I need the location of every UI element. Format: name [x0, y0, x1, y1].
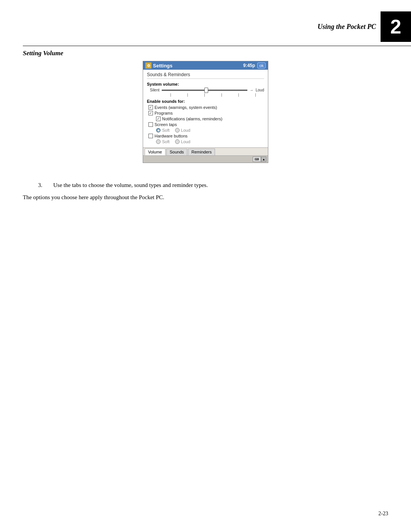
checkbox-hardware-buttons[interactable]: Hardware buttons [147, 134, 264, 138]
device-screenshot: ⚙ Settings 9:45p ok Sounds & Reminders S… [143, 61, 268, 163]
tick4: | [221, 93, 222, 97]
step-3-text: Use the tabs to choose the volume, sound… [53, 182, 208, 189]
titlebar-right: 9:45p ok [243, 62, 266, 69]
checkbox-programs[interactable]: Programs [147, 111, 264, 115]
tick2: | [187, 93, 188, 97]
tab-bar: Volume Sounds Reminders [143, 147, 268, 155]
loud-label: Loud [256, 88, 264, 92]
enable-sounds-label: Enable sounds for: [147, 99, 264, 104]
checkbox-events-label: Events (warnings, system events) [155, 105, 217, 110]
hardware-soft-radio[interactable] [156, 139, 161, 144]
checkbox-events-box[interactable] [148, 105, 153, 110]
hardware-buttons-radio-row: Soft Loud [147, 139, 264, 144]
checkbox-hardware-buttons-box[interactable] [148, 134, 153, 138]
bottom-toolbar: ⌨ ▲ [143, 155, 268, 163]
chapter-title: Using the Pocket PC [318, 23, 376, 31]
volume-slider[interactable] [162, 89, 247, 91]
tick1: | [170, 93, 171, 97]
checkbox-notifications-label: Notifications (alarms, reminders) [162, 117, 222, 121]
checkbox-notifications[interactable]: Notifications (alarms, reminders) [147, 117, 264, 121]
hardware-loud-option[interactable]: Loud [175, 139, 190, 144]
ok-button[interactable]: ok [257, 62, 266, 69]
tick3: | [204, 93, 205, 97]
body-text: The options you choose here apply throug… [23, 194, 388, 201]
hardware-soft-option[interactable]: Soft [156, 139, 170, 144]
hardware-loud-label: Loud [181, 139, 190, 144]
screen-taps-soft-label: Soft [162, 128, 170, 133]
section-divider [23, 46, 411, 46]
chapter-header: Using the Pocket PC 2 [318, 11, 411, 42]
tab-reminders[interactable]: Reminders [188, 149, 215, 155]
checkbox-hardware-buttons-label: Hardware buttons [155, 134, 188, 138]
screen-taps-soft-radio[interactable] [156, 128, 161, 133]
slider-arrow: → [250, 88, 253, 92]
chapter-number: 2 [381, 11, 411, 42]
checkbox-screen-taps-box[interactable] [148, 122, 153, 127]
screen-taps-loud-label: Loud [181, 128, 190, 133]
slider-thumb[interactable] [204, 88, 208, 93]
volume-slider-row: Silent → Loud [147, 88, 264, 92]
slider-ticks: | | | | | | [147, 93, 264, 97]
tick5: | [238, 93, 239, 97]
tab-sounds[interactable]: Sounds [166, 149, 187, 155]
scroll-up-button[interactable]: ▲ [261, 157, 266, 162]
screen-taps-loud-option[interactable]: Loud [175, 128, 190, 133]
silent-label: Silent [150, 88, 159, 92]
screen-taps-radio-row: Soft Loud [147, 128, 264, 133]
screen-taps-soft-option[interactable]: Soft [156, 128, 170, 133]
tick6: | [255, 93, 256, 97]
tab-volume[interactable]: Volume [145, 149, 166, 155]
hardware-soft-label: Soft [162, 139, 170, 144]
page-number: 2-23 [378, 511, 388, 517]
checkbox-screen-taps-label: Screen taps [155, 122, 177, 127]
step-3-number: 3. [38, 182, 49, 189]
checkbox-screen-taps[interactable]: Screen taps [147, 122, 264, 127]
checkbox-notifications-box[interactable] [156, 117, 161, 121]
settings-title: Settings [153, 63, 172, 69]
screen-taps-loud-radio[interactable] [175, 128, 180, 133]
settings-titlebar: ⚙ Settings 9:45p ok [143, 61, 268, 70]
checkbox-programs-box[interactable] [148, 111, 153, 115]
titlebar-left: ⚙ Settings [145, 62, 172, 69]
screenshot-wrapper: ⚙ Settings 9:45p ok Sounds & Reminders S… [23, 61, 388, 174]
step-3: 3. Use the tabs to choose the volume, so… [38, 182, 388, 189]
settings-app-icon: ⚙ [145, 62, 151, 69]
system-volume-label: System volume: [147, 82, 264, 86]
tab-header: Sounds & Reminders [147, 72, 264, 79]
settings-time: 9:45p [243, 63, 255, 68]
keyboard-icon[interactable]: ⌨ [253, 157, 261, 162]
section-title: Setting Volume [23, 50, 63, 57]
settings-body: Sounds & Reminders System volume: Silent… [143, 70, 268, 147]
checkbox-programs-label: Programs [155, 111, 173, 115]
hardware-loud-radio[interactable] [175, 139, 180, 144]
main-content: ⚙ Settings 9:45p ok Sounds & Reminders S… [23, 61, 388, 201]
slider-line [162, 90, 247, 91]
checkbox-events[interactable]: Events (warnings, system events) [147, 105, 264, 110]
